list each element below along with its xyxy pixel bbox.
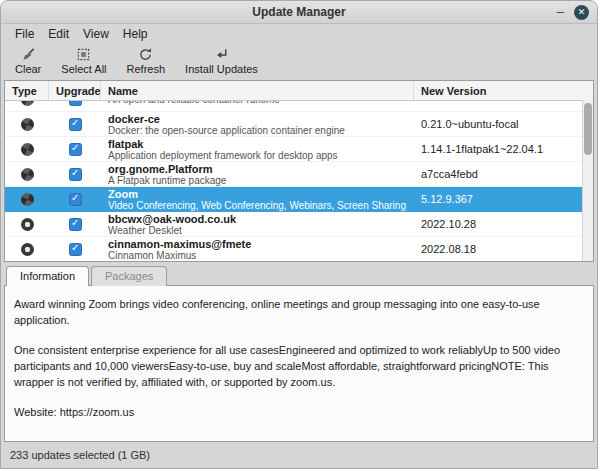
table-row[interactable]: org.gnome.PlatformA Flatpak runtime pack… <box>5 162 593 187</box>
clear-label: Clear <box>15 63 41 75</box>
information-content: Award winning Zoom brings video conferen… <box>4 285 594 442</box>
upgrade-checkbox[interactable] <box>69 168 82 181</box>
upgrade-checkbox[interactable] <box>69 143 82 156</box>
column-header-type[interactable]: Type <box>5 81 49 100</box>
update-manager-window: Update Manager – ✕ File Edit View Help C… <box>0 0 598 469</box>
window-controls: – ✕ <box>557 1 589 23</box>
close-button[interactable]: ✕ <box>574 5 589 20</box>
window-title: Update Manager <box>252 5 345 19</box>
vertical-scrollbar[interactable] <box>582 100 593 261</box>
titlebar[interactable]: Update Manager – ✕ <box>1 1 597 24</box>
menu-edit[interactable]: Edit <box>41 25 76 43</box>
table-row[interactable]: cinnamon-maximus@fmeteCinnamon Maximus20… <box>5 237 593 262</box>
tab-packages[interactable]: Packages <box>91 266 167 286</box>
scrollbar-thumb[interactable] <box>584 103 592 155</box>
select-all-icon <box>76 47 91 62</box>
table-row[interactable]: An open and reliable container runtime <box>5 101 593 112</box>
software-package-icon <box>21 101 34 106</box>
toolbar: Clear Select All Refresh Install Updates <box>1 44 597 78</box>
package-description: Cinnamon Maximus <box>108 250 414 261</box>
install-updates-icon <box>214 47 229 62</box>
install-updates-button[interactable]: Install Updates <box>177 46 266 76</box>
table-row[interactable]: docker-ceDocker: the open-source applica… <box>5 112 593 137</box>
package-version: 5.12.9.367 <box>414 193 593 205</box>
menu-view[interactable]: View <box>76 25 116 43</box>
package-version: 0.21.0~ubuntu-focal <box>414 118 593 130</box>
column-header-new-version[interactable]: New Version <box>414 81 593 100</box>
upgrade-checkbox[interactable] <box>69 218 82 231</box>
info-paragraph: One consistent enterprise experience for… <box>14 343 584 391</box>
spice-package-icon <box>21 218 34 231</box>
upgrade-checkbox[interactable] <box>69 101 82 106</box>
clear-button[interactable]: Clear <box>7 46 49 76</box>
package-name: Zoom <box>108 188 414 200</box>
menubar: File Edit View Help <box>1 24 597 44</box>
package-description: An open and reliable container runtime <box>108 101 414 105</box>
spice-package-icon <box>21 243 34 256</box>
tab-information[interactable]: Information <box>6 266 89 286</box>
menu-file[interactable]: File <box>8 25 41 43</box>
refresh-icon <box>138 47 153 62</box>
menu-help[interactable]: Help <box>116 25 155 43</box>
column-header-upgrade[interactable]: Upgrade <box>49 81 101 100</box>
statusbar: 233 updates selected (1 GB) <box>1 442 597 468</box>
package-name: org.gnome.Platform <box>108 163 414 175</box>
table-body: An open and reliable container runtimedo… <box>5 101 593 262</box>
package-version: a7cca4febd <box>414 168 593 180</box>
upgrade-checkbox[interactable] <box>69 193 82 206</box>
software-package-icon <box>21 168 34 181</box>
package-name: cinnamon-maximus@fmete <box>108 238 414 250</box>
package-name: flatpak <box>108 138 414 150</box>
info-paragraph: Website: https://zoom.us <box>14 405 584 421</box>
table-header: Type Upgrade Name New Version <box>5 81 593 101</box>
select-all-button[interactable]: Select All <box>53 46 114 76</box>
details-panel: Information Packages Award winning Zoom … <box>4 264 594 442</box>
package-description: Weather Desklet <box>108 225 414 236</box>
upgrade-checkbox[interactable] <box>69 118 82 131</box>
package-version: 2022.10.28 <box>414 218 593 230</box>
software-package-icon <box>21 118 34 131</box>
refresh-button[interactable]: Refresh <box>119 46 174 76</box>
package-description: Application deployment framework for des… <box>108 150 414 161</box>
info-paragraph: Award winning Zoom brings video conferen… <box>14 297 584 329</box>
table-row[interactable]: bbcwx@oak-wood.co.ukWeather Desklet2022.… <box>5 212 593 237</box>
column-header-name[interactable]: Name <box>101 81 414 100</box>
software-package-icon <box>21 143 34 156</box>
package-description: A Flatpak runtime package <box>108 175 414 186</box>
status-text: 233 updates selected (1 GB) <box>10 449 150 461</box>
package-description: Docker: the open-source application cont… <box>108 125 414 136</box>
minimize-button[interactable]: – <box>557 7 564 17</box>
package-version: 2022.08.18 <box>414 243 593 255</box>
package-name: bbcwx@oak-wood.co.uk <box>108 213 414 225</box>
table-row[interactable]: flatpakApplication deployment framework … <box>5 137 593 162</box>
refresh-label: Refresh <box>127 63 166 75</box>
clear-icon <box>21 47 36 62</box>
package-name: docker-ce <box>108 113 414 125</box>
package-version: 1.14.1-1flatpak1~22.04.1 <box>414 143 593 155</box>
install-updates-label: Install Updates <box>185 63 258 75</box>
select-all-label: Select All <box>61 63 106 75</box>
table-row[interactable]: ZoomVideo Conferencing, Web Conferencing… <box>5 187 593 212</box>
software-package-icon <box>21 193 34 206</box>
package-description: Video Conferencing, Web Conferencing, We… <box>108 200 414 211</box>
upgrade-checkbox[interactable] <box>69 243 82 256</box>
details-tabbar: Information Packages <box>4 264 594 285</box>
package-list: Type Upgrade Name New Version An open an… <box>4 80 594 262</box>
